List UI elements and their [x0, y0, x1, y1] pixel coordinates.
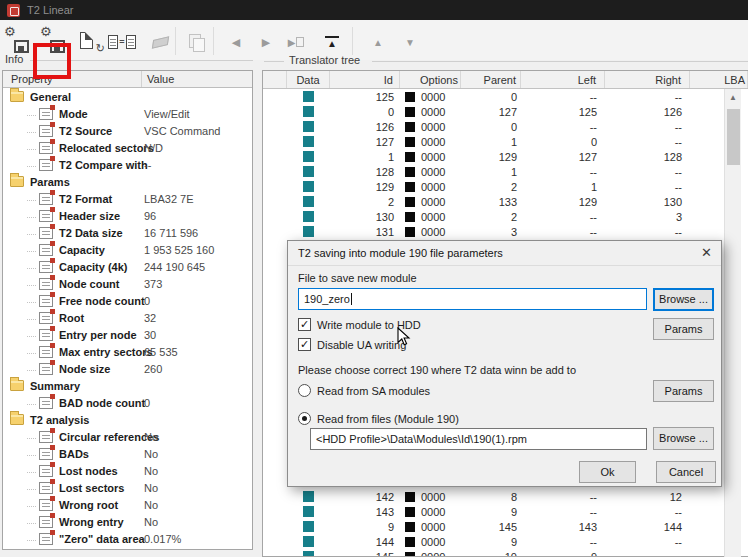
disable-ua-checkbox-row[interactable]: Disable UA writing: [298, 338, 406, 351]
property-row[interactable]: T2 SourceVSC Command: [3, 122, 252, 139]
property-row[interactable]: Capacity1 953 525 160: [3, 241, 252, 258]
cell-left: --: [521, 491, 605, 503]
radio-selected-icon[interactable]: [298, 412, 311, 425]
nav-skip-end-button[interactable]: ▶: [282, 29, 310, 55]
property-value: View/Edit: [144, 108, 190, 120]
tree-scrollbar[interactable]: ▲: [724, 89, 741, 557]
module-path-input[interactable]: <HDD Profile>\Data\Modules\Id\190(1).rpm: [310, 428, 647, 450]
property-group-row[interactable]: T2 analysis: [3, 411, 252, 428]
property-row[interactable]: Wrong rootNo: [3, 496, 252, 513]
export-page-button[interactable]: ↻: [76, 29, 104, 55]
lba-column-header[interactable]: LBA: [690, 71, 748, 88]
tree-table-header[interactable]: Data Id Options Parent Left Right LBA: [263, 71, 748, 89]
tree-row[interactable]: 14200008--12: [263, 489, 748, 504]
cell-parent: 0: [461, 91, 521, 103]
property-icon: [39, 516, 53, 528]
property-row[interactable]: Lost sectorsNo: [3, 479, 252, 496]
settings-save-button[interactable]: ⚙: [4, 29, 32, 55]
property-row[interactable]: ModeView/Edit: [3, 105, 252, 122]
tree-row[interactable]: 13100003----: [263, 224, 748, 239]
cancel-button[interactable]: Cancel: [656, 461, 716, 483]
options-column-header[interactable]: Options: [400, 71, 461, 88]
params-file-button[interactable]: Params: [653, 318, 714, 340]
property-icon: [39, 363, 53, 375]
tree-row[interactable]: 14300009----: [263, 504, 748, 519]
property-row[interactable]: BADsNo: [3, 445, 252, 462]
copy-button[interactable]: [182, 29, 210, 55]
options-square-icon: [405, 137, 415, 147]
property-row[interactable]: Wrong entryNo: [3, 513, 252, 530]
property-group-row[interactable]: General: [3, 88, 252, 105]
cell-left: 9: [521, 551, 605, 557]
tree-row[interactable]: 12600000----: [263, 119, 748, 134]
read-sa-radio-row[interactable]: Read from SA modules: [298, 384, 430, 397]
property-icon: [39, 142, 53, 154]
nav-back-button[interactable]: ◀: [222, 29, 250, 55]
options-square-icon: [405, 552, 415, 557]
parent-column-header[interactable]: Parent: [461, 71, 521, 88]
browse-module-button[interactable]: Browse ...: [653, 427, 714, 450]
property-label: T2 Compare with: [59, 159, 148, 171]
property-row[interactable]: Max entry sectors65 535: [3, 343, 252, 360]
scrollbar-up-icon[interactable]: ▲: [725, 89, 741, 102]
tree-row[interactable]: 13000002--3: [263, 209, 748, 224]
tree-row[interactable]: 129000021--: [263, 179, 748, 194]
selector-column-header[interactable]: [263, 71, 287, 88]
property-row[interactable]: Node size260: [3, 360, 252, 377]
property-row[interactable]: Root32: [3, 309, 252, 326]
tree-row[interactable]: 127000010--: [263, 134, 748, 149]
property-group-row[interactable]: Params: [3, 173, 252, 190]
scrollbar-thumb[interactable]: [727, 109, 740, 165]
property-label: "Zero" data area: [59, 533, 145, 545]
tree-connector: [27, 434, 36, 439]
right-column-header[interactable]: Right: [605, 71, 690, 88]
nav-top-button[interactable]: ▲: [318, 29, 346, 55]
nav-forward-button[interactable]: ▶: [252, 29, 280, 55]
compare-modules-button[interactable]: =: [108, 29, 136, 55]
id-column-header[interactable]: Id: [330, 71, 400, 88]
property-row[interactable]: "Zero" data area0.017%: [3, 530, 252, 547]
tree-row[interactable]: 12500000----: [263, 89, 748, 104]
tree-row[interactable]: 90000145143144: [263, 519, 748, 534]
params-sa-button[interactable]: Params: [653, 380, 714, 402]
property-row[interactable]: BAD node count0: [3, 394, 252, 411]
property-value: 0.017%: [144, 533, 181, 545]
property-row[interactable]: Circular referencesNo: [3, 428, 252, 445]
ok-button[interactable]: Ok: [579, 461, 636, 483]
property-row[interactable]: Capacity (4k)244 190 645: [3, 258, 252, 275]
tree-row[interactable]: 12800001----: [263, 164, 748, 179]
property-row[interactable]: T2 Compare with--: [3, 156, 252, 173]
left-column-header[interactable]: Left: [521, 71, 605, 88]
property-column-header[interactable]: Property: [3, 71, 142, 87]
property-row[interactable]: Node count373: [3, 275, 252, 292]
property-group-row[interactable]: Summary: [3, 377, 252, 394]
property-row[interactable]: Lost nodesNo: [3, 462, 252, 479]
property-row[interactable]: Header size96: [3, 207, 252, 224]
property-row[interactable]: T2 FormatLBA32 7E: [3, 190, 252, 207]
tree-row[interactable]: 14400009----: [263, 534, 748, 549]
tree-row[interactable]: 10000129127128: [263, 149, 748, 164]
value-column-header[interactable]: Value: [142, 71, 174, 87]
nav-up-button[interactable]: ▲: [364, 29, 392, 55]
tree-row[interactable]: 1450000109--: [263, 549, 748, 557]
property-row[interactable]: Free node count0: [3, 292, 252, 309]
radio-unselected-icon[interactable]: [298, 384, 311, 397]
property-row[interactable]: Entry per node30: [3, 326, 252, 343]
file-to-save-label: File to save new module: [298, 272, 417, 284]
tree-connector: [27, 400, 36, 405]
read-files-radio-row[interactable]: Read from files (Module 190): [298, 412, 459, 425]
tree-row[interactable]: 00000127125126: [263, 104, 748, 119]
property-row[interactable]: T2 Data size16 711 596: [3, 224, 252, 241]
tree-row[interactable]: 20000133129130: [263, 194, 748, 209]
checkbox-checked-icon[interactable]: [298, 338, 311, 351]
erase-button[interactable]: [146, 29, 174, 55]
property-icon: [39, 244, 53, 256]
tree-connector: [27, 281, 36, 286]
browse-file-button[interactable]: Browse ...: [653, 288, 714, 311]
data-column-header[interactable]: Data: [287, 71, 330, 88]
property-row[interactable]: Relocated sectorsN/D: [3, 139, 252, 156]
checkbox-checked-icon[interactable]: [298, 318, 311, 331]
close-icon[interactable]: ✕: [701, 245, 712, 260]
filename-input[interactable]: 190_zero: [298, 288, 647, 310]
nav-down-button[interactable]: ▼: [396, 29, 424, 55]
